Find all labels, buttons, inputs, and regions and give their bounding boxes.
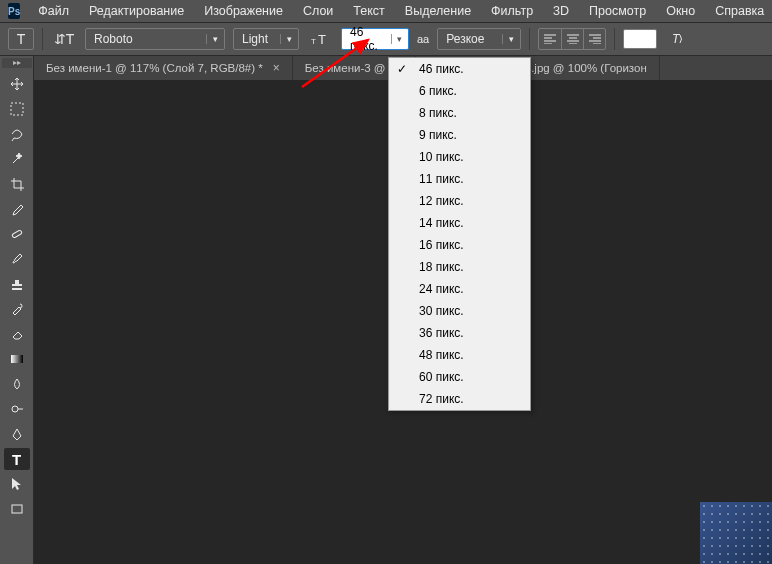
text-color-swatch[interactable]: [623, 29, 657, 49]
font-size-option[interactable]: 14 пикс.: [389, 212, 530, 234]
chevron-down-icon: ▾: [280, 34, 294, 44]
menu-item-select[interactable]: Выделение: [397, 2, 479, 20]
chevron-down-icon: ▾: [502, 34, 516, 44]
eyedropper-tool[interactable]: [4, 198, 30, 220]
font-size-option[interactable]: 30 пикс.: [389, 300, 530, 322]
font-size-option[interactable]: 36 пикс.: [389, 322, 530, 344]
crop-tool[interactable]: [4, 173, 30, 195]
menu-item-view[interactable]: Просмотр: [581, 2, 654, 20]
brush-icon: [10, 252, 24, 266]
menu-item-filter[interactable]: Фильтр: [483, 2, 541, 20]
document-tab[interactable]: Без имени-1 @ 117% (Слой 7, RGB/8#) * ×: [34, 56, 293, 80]
gradient-tool[interactable]: [4, 348, 30, 370]
close-icon[interactable]: ×: [273, 61, 280, 75]
history-brush-icon: [10, 302, 24, 316]
separator: [614, 28, 615, 50]
clone-stamp-tool[interactable]: [4, 273, 30, 295]
font-size-option[interactable]: 18 пикс.: [389, 256, 530, 278]
font-size-select[interactable]: 46 пикс. ▾: [341, 28, 409, 50]
text-orientation-icon: ⇵T: [54, 31, 75, 47]
shape-tool[interactable]: [4, 498, 30, 520]
font-size-option[interactable]: 16 пикс.: [389, 234, 530, 256]
font-size-option[interactable]: 72 пикс.: [389, 388, 530, 410]
pen-icon: [10, 427, 24, 441]
rectangle-icon: [10, 502, 24, 516]
drop-icon: [10, 377, 24, 391]
text-orientation-button[interactable]: ⇵T: [51, 28, 77, 50]
svg-text:T: T: [318, 32, 326, 46]
font-size-option[interactable]: 24 пикс.: [389, 278, 530, 300]
font-size-option[interactable]: 6 пикс.: [389, 80, 530, 102]
navigator-thumbnail: [700, 502, 772, 564]
eraser-tool[interactable]: [4, 323, 30, 345]
text-align-group: [538, 28, 606, 50]
dodge-icon: [10, 402, 24, 416]
blur-tool[interactable]: [4, 373, 30, 395]
eraser-icon: [10, 327, 24, 341]
antialias-select[interactable]: Резкое ▾: [437, 28, 521, 50]
font-size-option[interactable]: 9 пикс.: [389, 124, 530, 146]
align-center-icon: [567, 34, 579, 44]
brush-tool[interactable]: [4, 248, 30, 270]
align-left-button[interactable]: [539, 29, 561, 49]
font-size-option[interactable]: 12 пикс.: [389, 190, 530, 212]
type-icon: T: [17, 31, 26, 47]
menu-item-layers[interactable]: Слои: [295, 2, 341, 20]
path-selection-tool[interactable]: [4, 473, 30, 495]
chevron-down-icon: ▾: [206, 34, 220, 44]
crop-icon: [10, 177, 24, 191]
antialias-label: aa: [417, 33, 429, 45]
svg-rect-7: [12, 505, 22, 513]
dodge-tool[interactable]: [4, 398, 30, 420]
type-icon: T: [12, 451, 21, 468]
svg-text:T: T: [311, 37, 316, 46]
svg-rect-3: [11, 103, 23, 115]
tools-panel: ▸▸ T: [0, 56, 34, 564]
move-tool[interactable]: [4, 73, 30, 95]
tool-preset-button[interactable]: T: [8, 28, 34, 50]
chevron-down-icon: ▾: [391, 34, 404, 44]
menu-item-file[interactable]: Файл: [30, 2, 77, 20]
align-left-icon: [544, 34, 556, 44]
font-weight-select[interactable]: Light ▾: [233, 28, 299, 50]
font-size-option[interactable]: ✓46 пикс.: [389, 58, 530, 80]
font-family-value: Roboto: [94, 32, 133, 46]
font-size-scrubber[interactable]: TT: [307, 28, 333, 50]
font-size-option[interactable]: 8 пикс.: [389, 102, 530, 124]
arrow-cursor-icon: [11, 477, 23, 491]
warp-text-icon: T: [670, 32, 686, 46]
pen-tool[interactable]: [4, 423, 30, 445]
svg-rect-5: [11, 355, 23, 363]
font-size-option[interactable]: 10 пикс.: [389, 146, 530, 168]
bandage-icon: [10, 227, 24, 241]
warp-text-button[interactable]: T: [665, 28, 691, 50]
tool-options-bar: T ⇵T Roboto ▾ Light ▾ TT 46 пикс. ▾ aa Р…: [0, 23, 772, 56]
history-brush-tool[interactable]: [4, 298, 30, 320]
tab-label: Без имени-3 @: [305, 62, 386, 74]
align-center-button[interactable]: [561, 29, 583, 49]
lasso-tool[interactable]: [4, 123, 30, 145]
check-icon: ✓: [397, 62, 407, 76]
menu-item-3d[interactable]: 3D: [545, 2, 577, 20]
menu-item-help[interactable]: Справка: [707, 2, 772, 20]
panel-collapse-grip[interactable]: ▸▸: [2, 58, 32, 68]
menu-item-edit[interactable]: Редактирование: [81, 2, 192, 20]
align-right-button[interactable]: [583, 29, 605, 49]
font-size-option[interactable]: 60 пикс.: [389, 366, 530, 388]
type-tool[interactable]: T: [4, 448, 30, 470]
separator: [529, 28, 530, 50]
menu-item-image[interactable]: Изображение: [196, 2, 291, 20]
font-size-option[interactable]: 48 пикс.: [389, 344, 530, 366]
font-size-option[interactable]: 11 пикс.: [389, 168, 530, 190]
eyedropper-icon: [10, 202, 24, 216]
menu-item-window[interactable]: Окно: [658, 2, 703, 20]
marquee-tool[interactable]: [4, 98, 30, 120]
menu-item-text[interactable]: Текст: [345, 2, 392, 20]
svg-text:T: T: [672, 32, 681, 46]
magic-wand-tool[interactable]: [4, 148, 30, 170]
font-family-select[interactable]: Roboto ▾: [85, 28, 225, 50]
healing-brush-tool[interactable]: [4, 223, 30, 245]
app-logo: Ps: [8, 3, 20, 19]
svg-rect-4: [11, 230, 22, 238]
font-weight-value: Light: [242, 32, 268, 46]
